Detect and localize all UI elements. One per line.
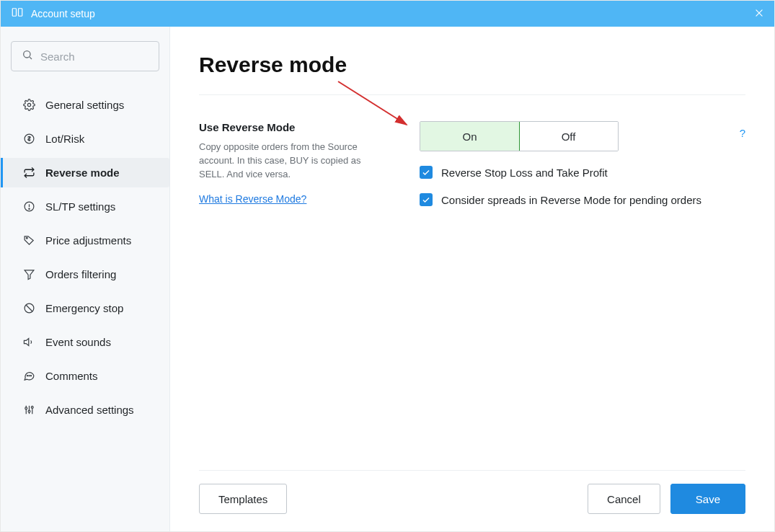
app-window: Account setup General settings	[0, 0, 775, 532]
sliders-icon	[22, 404, 35, 416]
sidebar-item-label: SL/TP settings	[45, 200, 115, 213]
sidebar-item-label: Advanced settings	[45, 404, 134, 416]
page-title: Reverse mode	[199, 53, 745, 77]
field-help-text: Copy opposite orders from the Source acc…	[199, 141, 379, 182]
search-input-wrap[interactable]	[11, 41, 159, 71]
gear-icon	[22, 99, 35, 111]
dollar-circle-icon	[22, 133, 35, 145]
checkbox-icon[interactable]	[420, 193, 433, 206]
tag-icon	[22, 234, 35, 247]
titlebar-left: Account setup	[11, 6, 95, 22]
sidebar-item-label: Event sounds	[45, 336, 111, 348]
sidebar: General settings Lot/Risk Reverse mode S…	[1, 27, 170, 531]
field-description: Use Reverse Mode Copy opposite orders fr…	[199, 121, 398, 206]
sidebar-item-advanced-settings[interactable]: Advanced settings	[1, 395, 169, 425]
comment-icon	[22, 370, 35, 382]
volume-icon	[22, 336, 35, 348]
checkbox-label: Reverse Stop Loss and Take Profit	[441, 167, 608, 179]
reverse-mode-toggle: On Off	[420, 121, 619, 151]
sidebar-item-event-sounds[interactable]: Event sounds	[1, 327, 169, 357]
sidebar-item-label: Comments	[45, 370, 98, 382]
nav: General settings Lot/Risk Reverse mode S…	[11, 90, 159, 425]
svg-point-4	[24, 51, 30, 58]
svg-point-24	[31, 407, 33, 409]
svg-marker-12	[25, 270, 34, 280]
search-icon	[22, 49, 33, 63]
help-icon[interactable]: ?	[740, 127, 745, 139]
stop-circle-icon	[22, 302, 35, 314]
sidebar-item-orders-filtering[interactable]: Orders filtering	[1, 260, 169, 289]
main: Reverse mode Use Reverse Mode Copy oppo	[170, 27, 774, 531]
footer-actions: Cancel Save	[588, 484, 745, 514]
body: General settings Lot/Risk Reverse mode S…	[1, 27, 774, 531]
svg-point-11	[26, 237, 27, 239]
field-controls: ? On Off Reverse Stop Loss and Take Prof…	[420, 121, 745, 206]
search-input[interactable]	[40, 50, 149, 63]
templates-button[interactable]: Templates	[199, 484, 287, 514]
svg-rect-1	[19, 9, 22, 17]
what-is-link[interactable]: What is Reverse Mode?	[199, 193, 306, 205]
footer: Templates Cancel Save	[199, 470, 745, 531]
svg-marker-15	[24, 339, 28, 346]
titlebar: Account setup	[1, 1, 774, 27]
alert-circle-icon	[22, 200, 35, 213]
svg-rect-0	[12, 9, 16, 17]
svg-line-14	[26, 305, 32, 311]
svg-line-25	[338, 81, 407, 125]
content: Use Reverse Mode Copy opposite orders fr…	[199, 121, 745, 206]
app-logo-icon	[11, 6, 24, 22]
sidebar-item-label: Reverse mode	[45, 167, 120, 179]
sidebar-item-comments[interactable]: Comments	[1, 361, 169, 391]
close-icon[interactable]	[754, 7, 764, 20]
toggle-off-button[interactable]: Off	[519, 122, 618, 151]
titlebar-title: Account setup	[31, 8, 95, 19]
svg-point-17	[28, 376, 29, 376]
svg-line-5	[30, 57, 32, 59]
sidebar-item-general-settings[interactable]: General settings	[1, 90, 169, 120]
svg-point-10	[28, 208, 29, 209]
repeat-icon	[22, 167, 35, 179]
sidebar-item-reverse-mode[interactable]: Reverse mode	[1, 158, 169, 187]
cancel-button[interactable]: Cancel	[588, 484, 660, 514]
sidebar-item-label: Emergency stop	[45, 302, 123, 314]
svg-point-20	[25, 407, 27, 409]
sidebar-item-label: Orders filtering	[45, 268, 116, 280]
checkbox-label: Consider spreads in Reverse Mode for pen…	[441, 194, 701, 206]
sidebar-item-label: General settings	[45, 99, 124, 111]
sidebar-item-emergency-stop[interactable]: Emergency stop	[1, 293, 169, 323]
checkbox-icon[interactable]	[420, 166, 433, 179]
save-button[interactable]: Save	[670, 484, 745, 514]
divider	[199, 94, 745, 95]
sidebar-item-lot-risk[interactable]: Lot/Risk	[1, 124, 169, 154]
sidebar-item-label: Price adjustments	[45, 234, 131, 247]
svg-point-16	[27, 376, 27, 376]
svg-point-6	[27, 103, 30, 106]
field-label: Use Reverse Mode	[199, 121, 398, 133]
checkbox-reverse-sltp[interactable]: Reverse Stop Loss and Take Profit	[420, 166, 745, 179]
filter-icon	[22, 268, 35, 280]
checkbox-consider-spreads[interactable]: Consider spreads in Reverse Mode for pen…	[420, 193, 745, 206]
sidebar-item-price-adjustments[interactable]: Price adjustments	[1, 226, 169, 255]
svg-point-22	[28, 410, 30, 412]
sidebar-item-label: Lot/Risk	[45, 133, 84, 145]
svg-point-18	[30, 376, 31, 376]
sidebar-item-sltp-settings[interactable]: SL/TP settings	[1, 192, 169, 221]
field-row: Use Reverse Mode Copy opposite orders fr…	[199, 121, 745, 206]
toggle-on-button[interactable]: On	[420, 121, 520, 151]
